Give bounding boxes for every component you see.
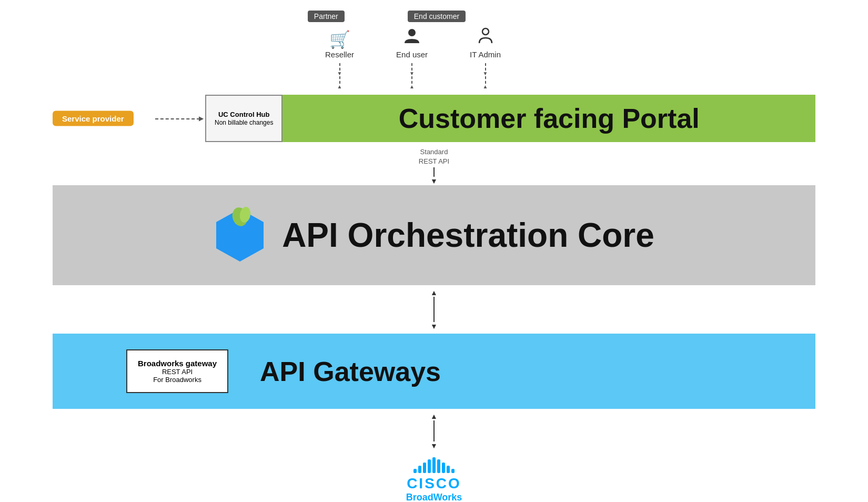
uc-title: UC Control Hub [215, 111, 273, 119]
bw-gateway-title: Broadworks gateway [138, 359, 217, 368]
bw-gateway-line3: For Broadworks [138, 376, 217, 384]
api-core-inner: API Orchestration Core [214, 206, 654, 264]
broadworks-word: BroadWorks [406, 492, 462, 502]
arrow-down-symbol2: ▼ [430, 441, 438, 450]
api-gateways-text: API Gateways [260, 356, 441, 387]
end-customer-badge: End customer [408, 11, 466, 22]
cisco-bars [413, 457, 455, 473]
arrow-down-symbol: ▼ [430, 322, 438, 330]
reseller-label: Reseller [325, 50, 354, 59]
bar5 [432, 457, 436, 473]
v-line2 [433, 420, 435, 431]
reseller-icon: 🛒 [329, 31, 350, 48]
reseller-actor: 🛒 Reseller ▼ ▲ [325, 31, 354, 89]
bar8 [447, 466, 450, 473]
cisco-word: CISCO [407, 475, 461, 492]
rest-api-line2: REST API [419, 157, 449, 165]
rest-api-line1: Standard [420, 148, 448, 156]
hexagon-svg [214, 206, 266, 264]
end-user-actor: End user ▼ ▲ [396, 26, 428, 89]
uc-subtitle: Non billable changes [215, 119, 273, 126]
portal-row: Service provider ▶ UC Control Hub Non bi… [53, 95, 815, 142]
diagram-container: Partner End customer 🛒 Reseller ▼ ▲ [0, 0, 868, 502]
customer-portal-box: Customer facing Portal [282, 95, 815, 142]
api-core-text: API Orchestration Core [282, 216, 654, 255]
bw-gateway-line2: REST API [138, 368, 217, 376]
bar7 [442, 463, 445, 473]
partner-badge: Partner [308, 11, 345, 22]
v-line-down [433, 309, 435, 322]
api-gateways-section: Broadworks gateway REST API For Broadwor… [53, 334, 815, 409]
bar3 [423, 463, 426, 473]
cisco-section: CISCO BroadWorks [406, 457, 462, 502]
it-admin-actor: IT Admin ▼ ▲ [470, 26, 501, 89]
hexagon-container [214, 206, 266, 264]
it-admin-label: IT Admin [470, 50, 501, 59]
arrow-up-symbol2: ▲ [430, 412, 438, 420]
rest-api-section: Standard REST API ▼ [419, 147, 449, 185]
v-line-up [433, 297, 435, 309]
bar6 [437, 459, 440, 473]
v-line3 [433, 431, 435, 441]
end-user-icon [402, 26, 421, 48]
arrow-down-head: ▼ [430, 177, 438, 185]
uc-control-hub-box: UC Control Hub Non billable changes [205, 95, 282, 142]
labels-row: Partner End customer [308, 11, 466, 22]
bar1 [413, 469, 417, 473]
it-admin-icon [476, 26, 495, 48]
broadworks-gateway-box: Broadworks gateway REST API For Broadwor… [126, 349, 228, 393]
sp-dashed-line [155, 118, 200, 119]
svg-point-1 [482, 28, 489, 35]
svg-point-0 [408, 29, 416, 36]
api-core-section: API Orchestration Core [53, 185, 815, 285]
arrow-down-line [433, 167, 435, 177]
customer-portal-text: Customer facing Portal [399, 103, 700, 134]
bar2 [418, 466, 421, 473]
core-gateway-arrow: ▲ ▼ [430, 285, 438, 334]
arrow-up-symbol: ▲ [430, 288, 438, 297]
gateway-cisco-arrow: ▲ ▼ [430, 409, 438, 453]
actors-row: 🛒 Reseller ▼ ▲ End user [325, 26, 501, 89]
bar9 [451, 469, 455, 473]
sp-arrow-head: ▶ [199, 115, 204, 122]
bar4 [428, 459, 431, 473]
actors-section: Partner End customer 🛒 Reseller ▼ ▲ [53, 11, 815, 89]
service-provider-badge: Service provider [53, 111, 134, 126]
end-user-label: End user [396, 50, 428, 59]
